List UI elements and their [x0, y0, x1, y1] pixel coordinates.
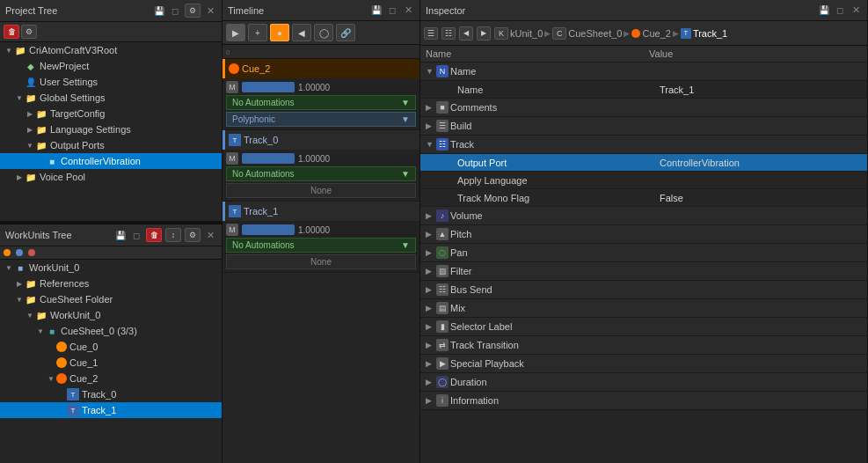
- section-mix[interactable]: ▶ ▤ Mix: [420, 299, 867, 318]
- arrow-track-1: ▶: [56, 405, 67, 415]
- section-track-transition[interactable]: ▶ ⇄ Track Transition: [420, 336, 867, 355]
- tree-item-root[interactable]: ▼ 📁 CriAtomCraftV3Root: [0, 42, 222, 58]
- insp-save-icon[interactable]: 💾: [818, 4, 830, 17]
- cue2-volume-slider[interactable]: [242, 82, 295, 92]
- tree-item-global-settings[interactable]: ▼ 📁 Global Settings: [0, 90, 222, 106]
- close-project-tree[interactable]: ✕: [204, 4, 216, 17]
- arrow-cue-2: ▼: [46, 373, 56, 384]
- section-selector-label[interactable]: ▶ ▮ Selector Label: [420, 318, 867, 336]
- selector-label-section-label: Selector Label: [450, 321, 862, 332]
- tree-item-cuesheet-0[interactable]: ▼ ■ CueSheet_0 (3/3): [0, 323, 222, 339]
- track1-mute-btn[interactable]: M: [226, 224, 238, 236]
- insp-list-icon[interactable]: ☰: [424, 27, 438, 40]
- section-special-playback[interactable]: ▶ ▶ Special Playback: [420, 355, 867, 373]
- track0-mute-btn[interactable]: M: [226, 152, 238, 165]
- tree-item-references[interactable]: ▶ 📁 References: [0, 276, 222, 291]
- import-icon[interactable]: ◻: [169, 4, 181, 17]
- section-volume[interactable]: ▶ ♪ Volume: [420, 207, 867, 225]
- insp-fwd-btn[interactable]: ▶: [477, 26, 491, 40]
- breadcrumb-cue2[interactable]: Cue_2: [642, 28, 670, 39]
- section-build[interactable]: ▶ ☰ Build: [420, 117, 867, 136]
- name-section-icon: N: [436, 65, 449, 77]
- wu-import-icon[interactable]: ◻: [130, 229, 142, 241]
- close-timeline[interactable]: ✕: [402, 4, 414, 17]
- tree-item-new-project[interactable]: ▶ ◆ NewProject: [0, 58, 222, 74]
- special-playback-section-icon: ▶: [436, 357, 449, 370]
- breadcrumb-kunit[interactable]: kUnit_0: [510, 28, 543, 39]
- section-bus-send[interactable]: ▶ ☷ Bus Send: [420, 281, 867, 299]
- link-tool-btn[interactable]: 🔗: [336, 24, 355, 41]
- delete-btn[interactable]: 🗑: [4, 25, 19, 39]
- clock-tool-btn[interactable]: ◯: [314, 24, 333, 41]
- arrow-cuesheet-0: ▼: [35, 326, 46, 336]
- wu-save-icon[interactable]: 💾: [114, 229, 127, 241]
- target-config-icon: 📁: [35, 107, 47, 120]
- section-information[interactable]: ▶ i Information: [420, 392, 867, 410]
- wu-settings-btn[interactable]: ⚙: [185, 228, 201, 242]
- tree-item-track-0[interactable]: ▶ T Track_0: [0, 386, 222, 402]
- tree-item-cue-1[interactable]: ▶ Cue_1: [0, 355, 222, 371]
- tl-import-icon[interactable]: ◻: [386, 4, 398, 17]
- tree-item-track-1[interactable]: ▶ T Track_1: [0, 402, 222, 418]
- tree-item-language-settings[interactable]: ▶ 📁 Language Settings: [0, 121, 222, 137]
- insp-row-track-mono-flag: Track Mono Flag False: [420, 189, 867, 207]
- close-inspector[interactable]: ✕: [850, 4, 862, 17]
- apply-language-label: Apply Language: [443, 175, 660, 186]
- workunit-0-icon: 📁: [35, 309, 47, 321]
- breadcrumb-cuesheet[interactable]: CueSheet_0: [568, 28, 622, 39]
- tree-item-cue-0[interactable]: ▶ Cue_0: [0, 339, 222, 355]
- insp-row-output-port[interactable]: Output Port ControllerVibration: [420, 154, 867, 172]
- section-filter[interactable]: ▶ ▧ Filter: [420, 262, 867, 281]
- save-icon[interactable]: 💾: [153, 4, 165, 17]
- section-duration[interactable]: ▶ ◯ Duration: [420, 373, 867, 392]
- tree-item-user-settings[interactable]: ▶ 👤 User Settings: [0, 74, 222, 90]
- cue-2-dot: [56, 373, 67, 384]
- target-config-label: TargetConfig: [50, 108, 105, 119]
- track1-automations-bar[interactable]: No Automations ▼: [226, 238, 416, 253]
- track0-volume-slider[interactable]: [242, 153, 295, 164]
- cue2-mute-btn[interactable]: M: [226, 81, 238, 93]
- track1-volume-slider[interactable]: [242, 224, 295, 235]
- prev-tool-btn[interactable]: ◀: [292, 24, 311, 41]
- tree-item-output-ports[interactable]: ▼ 📁 Output Ports: [0, 137, 222, 153]
- cue2-poly-label: Polyphonic: [232, 114, 275, 124]
- section-track[interactable]: ▼ ☷ Track: [420, 136, 867, 154]
- tree-item-target-config[interactable]: ▶ 📁 TargetConfig: [0, 106, 222, 121]
- section-pan[interactable]: ▶ ◌ Pan: [420, 244, 867, 262]
- tree-item-controller-vibration[interactable]: ▶ ■ ControllerVibration: [0, 153, 222, 169]
- breadcrumb-track1[interactable]: Track_1: [693, 28, 727, 39]
- settings-icon[interactable]: ⚙: [185, 4, 201, 18]
- section-pitch[interactable]: ▶ ▲ Pitch: [420, 225, 867, 244]
- track0-automations-bar[interactable]: No Automations ▼: [226, 166, 416, 181]
- cuesheet-0-label: CueSheet_0 (3/3): [61, 326, 137, 336]
- cue2-breadcrumb-label: Cue_2: [642, 28, 670, 39]
- tree-item-workunit-0[interactable]: ▼ 📁 WorkUnit_0: [0, 307, 222, 323]
- tree-item-workunit-0-root[interactable]: ▼ ■ WorkUnit_0: [0, 260, 222, 276]
- arrow-mix-section: ▶: [426, 304, 436, 312]
- tree-item-voice-pool[interactable]: ▶ 📁 Voice Pool: [0, 169, 222, 185]
- root-folder-icon: 📁: [14, 44, 26, 56]
- insp-import-icon[interactable]: ◻: [834, 4, 846, 17]
- wu-delete-btn[interactable]: 🗑: [146, 228, 162, 242]
- tl-save-icon[interactable]: 💾: [370, 4, 383, 17]
- select-tool-btn[interactable]: ▶: [226, 24, 245, 41]
- cue2-volume-val: 1.00000: [298, 83, 330, 92]
- selector-label-section-icon: ▮: [436, 320, 449, 333]
- tree-item-cuesheet-folder[interactable]: ▼ 📁 CueSheet Folder: [0, 291, 222, 307]
- add-tool-btn[interactable]: +: [248, 24, 267, 41]
- insp-back-btn[interactable]: ◀: [459, 26, 473, 40]
- tree-item-cue-2[interactable]: ▼ Cue_2: [0, 371, 222, 386]
- section-comments[interactable]: ▶ ■ Comments: [420, 99, 867, 117]
- orange-tool-btn[interactable]: ●: [270, 24, 289, 41]
- voice-pool-label: Voice Pool: [40, 172, 85, 182]
- cue2-automations-bar[interactable]: No Automations ▼: [226, 95, 416, 110]
- cue2-poly-bar[interactable]: Polyphonic ▼: [226, 112, 416, 127]
- section-name[interactable]: ▼ N Name: [420, 62, 867, 81]
- track1-automations-label: No Automations: [232, 240, 295, 250]
- global-settings-icon: 📁: [25, 92, 37, 104]
- close-workunits-tree[interactable]: ✕: [204, 229, 216, 241]
- insp-grid-icon[interactable]: ☷: [441, 27, 456, 40]
- wu-sort-btn[interactable]: ↕: [165, 228, 181, 242]
- track-section-label: Track: [450, 139, 862, 150]
- gear-btn[interactable]: ⚙: [21, 25, 37, 39]
